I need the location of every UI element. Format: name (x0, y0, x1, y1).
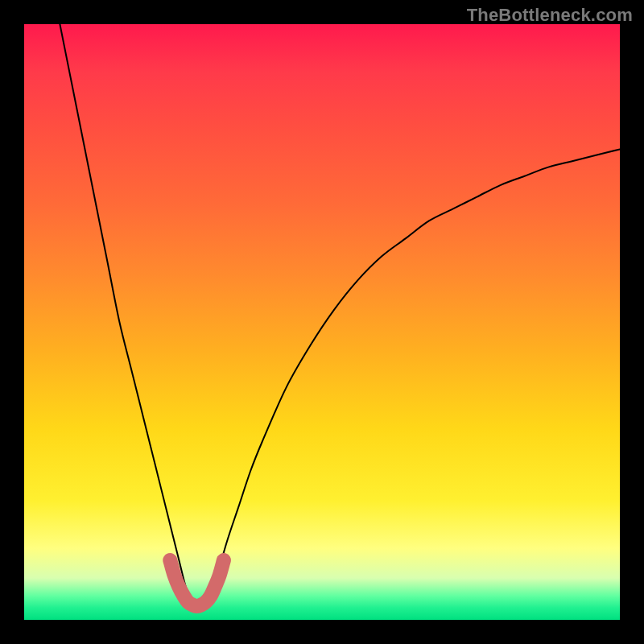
bottom-marker-line (170, 560, 224, 606)
chart-svg (24, 24, 620, 620)
chart-plot-area (24, 24, 620, 620)
watermark-text: TheBottleneck.com (467, 5, 633, 26)
bottleneck-curve-line (60, 24, 620, 609)
